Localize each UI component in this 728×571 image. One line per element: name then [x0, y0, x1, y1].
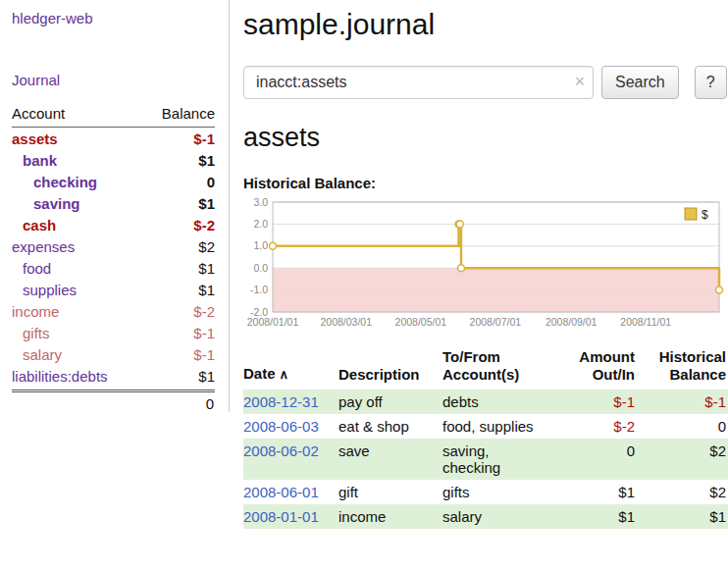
clear-search-icon[interactable]: ×: [574, 72, 585, 91]
help-button[interactable]: ?: [695, 66, 727, 99]
transaction-date-link[interactable]: 2008-06-01: [243, 484, 319, 500]
accounts-col-balance: Balance: [162, 105, 215, 122]
transaction-balance: $1: [645, 504, 728, 529]
transaction-accounts: food, supplies: [442, 414, 573, 439]
account-link[interactable]: supplies: [12, 282, 77, 298]
svg-text:1.0: 1.0: [253, 239, 268, 251]
account-link[interactable]: food: [12, 260, 51, 277]
sidebar-divider: [229, 0, 230, 412]
account-link[interactable]: salary: [12, 346, 62, 363]
account-row: saving $1: [12, 192, 215, 214]
transaction-date-cell: 2008-06-02: [243, 439, 338, 480]
transaction-date-link[interactable]: 2008-06-03: [243, 418, 319, 435]
col-header-date-label: Date: [243, 365, 276, 382]
account-link[interactable]: saving: [12, 195, 80, 212]
transaction-balance: $2: [645, 480, 728, 504]
data-point-marker: [270, 242, 277, 249]
col-header-amount: Amount Out/In: [573, 348, 645, 389]
accounts-total-balance: 0: [12, 389, 215, 412]
account-link[interactable]: income: [12, 303, 59, 320]
search-input-wrap: ×: [243, 66, 594, 99]
svg-text:2008/07/01: 2008/07/01: [470, 316, 522, 328]
accounts-col-account: Account: [12, 105, 65, 122]
transaction-row[interactable]: 2008-01-01 income salary $1 $1: [243, 504, 728, 529]
account-balance: $-1: [193, 130, 215, 147]
account-balance: 0: [207, 174, 215, 190]
account-row: supplies $1: [12, 279, 215, 300]
account-balance: $1: [198, 152, 215, 169]
page-title: sample.journal: [243, 8, 728, 41]
transaction-date-cell: 2008-01-01: [243, 504, 338, 529]
historical-balance-chart: 3.02.01.00.0-1.0-2.02008/01/012008/03/01…: [243, 198, 724, 336]
account-link[interactable]: gifts: [12, 325, 50, 341]
account-row: bank $1: [12, 149, 215, 171]
register-table: Date∧ Description To/From Account(s) Amo…: [243, 348, 728, 529]
nav-journal-link[interactable]: Journal: [12, 72, 60, 88]
account-row: expenses $2: [12, 235, 215, 257]
account-link[interactable]: assets: [12, 130, 58, 147]
transaction-date-cell: 2008-06-03: [243, 414, 338, 439]
account-row: checking 0: [12, 171, 215, 192]
col-header-balance: Historical Balance: [645, 348, 728, 389]
account-link[interactable]: bank: [12, 152, 57, 169]
transaction-description: pay off: [338, 389, 442, 414]
brand-link[interactable]: hledger-web: [12, 10, 93, 26]
sidebar: hledger-web Journal Account Balance asse…: [0, 0, 229, 412]
account-balance: $1: [198, 260, 215, 277]
svg-text:2008/01/01: 2008/01/01: [247, 316, 299, 328]
account-link[interactable]: cash: [12, 217, 56, 234]
svg-text:3.0: 3.0: [253, 198, 268, 208]
transaction-amount: $-1: [573, 389, 645, 414]
account-balance: $1: [198, 368, 215, 385]
account-balance: $-1: [193, 325, 215, 341]
data-point-marker: [457, 265, 464, 272]
transaction-date-link[interactable]: 2008-06-02: [243, 442, 319, 459]
search-input[interactable]: [243, 66, 594, 99]
col-header-date[interactable]: Date∧: [243, 348, 338, 389]
transaction-description: eat & shop: [338, 414, 442, 439]
transaction-row[interactable]: 2008-12-31 pay off debts $-1 $-1: [243, 389, 728, 414]
svg-text:2008/09/01: 2008/09/01: [546, 316, 598, 328]
account-row: salary $-1: [12, 343, 215, 365]
sort-ascending-icon: ∧: [280, 367, 289, 382]
legend-label: $: [702, 208, 708, 222]
transaction-date-cell: 2008-06-01: [243, 480, 338, 504]
account-balance: $-1: [193, 346, 215, 363]
col-header-accounts: To/From Account(s): [442, 348, 573, 389]
account-balance: $-2: [193, 303, 215, 320]
svg-text:2008/11/01: 2008/11/01: [620, 316, 671, 328]
svg-text:2008/05/01: 2008/05/01: [395, 316, 447, 328]
register-header-row: Date∧ Description To/From Account(s) Amo…: [243, 348, 728, 389]
transaction-row[interactable]: 2008-06-01 gift gifts $1 $2: [243, 480, 728, 504]
transaction-date-link[interactable]: 2008-12-31: [243, 393, 319, 410]
account-link[interactable]: expenses: [12, 238, 75, 255]
account-row: cash $-2: [12, 214, 215, 235]
account-link[interactable]: liabilities:debts: [12, 368, 108, 385]
transaction-description: gift: [338, 480, 442, 504]
transaction-date-cell: 2008-12-31: [243, 389, 338, 414]
account-balance: $-2: [193, 217, 215, 234]
svg-text:-1.0: -1.0: [250, 284, 268, 295]
transaction-amount: $1: [573, 480, 645, 504]
transaction-amount: 0: [573, 439, 645, 480]
accounts-panel: Account Balance assets $-1 bank $1 check…: [12, 105, 215, 412]
transaction-balance: 0: [645, 414, 728, 439]
search-button[interactable]: Search: [601, 66, 679, 99]
account-balance: $1: [198, 282, 215, 298]
svg-text:2.0: 2.0: [253, 218, 268, 230]
chart-title: Historical Balance:: [243, 175, 728, 191]
transaction-row[interactable]: 2008-06-03 eat & shop food, supplies $-2…: [243, 414, 728, 439]
transaction-accounts: debts: [442, 389, 573, 414]
legend-swatch: [685, 208, 697, 220]
account-heading: assets: [243, 123, 728, 152]
data-point-marker: [456, 221, 463, 228]
data-point-marker: [716, 286, 723, 293]
account-link[interactable]: checking: [12, 174, 97, 190]
account-balance: $1: [198, 195, 215, 212]
account-row: assets $-1: [12, 128, 215, 149]
accounts-header: Account Balance: [12, 105, 215, 128]
register-body: 2008-12-31 pay off debts $-1 $-1 2008-06…: [243, 389, 728, 529]
transaction-date-link[interactable]: 2008-01-01: [243, 508, 319, 525]
transaction-row[interactable]: 2008-06-02 save saving, checking 0 $2: [243, 439, 728, 480]
account-balance: $2: [198, 238, 215, 255]
